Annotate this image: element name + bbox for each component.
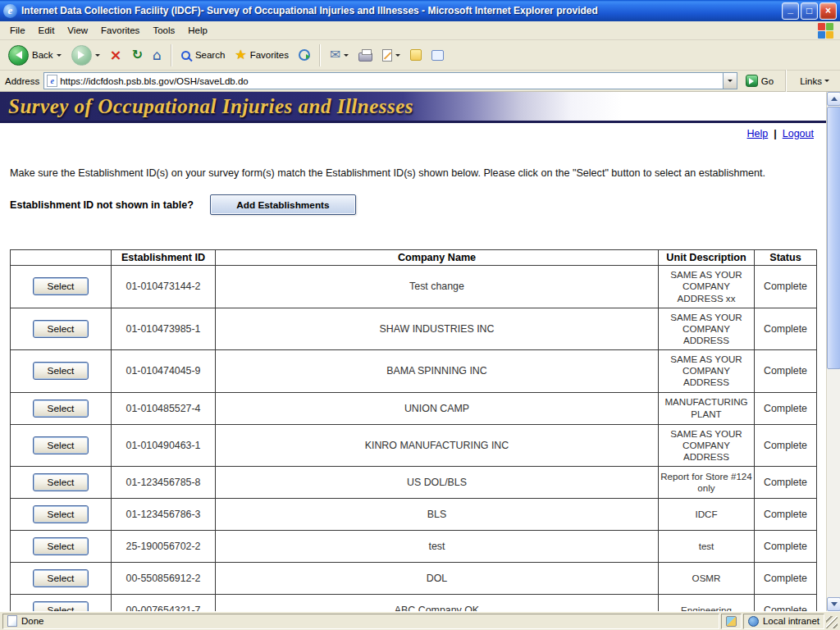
scroll-up-icon [831, 97, 838, 101]
menu-edit[interactable]: Edit [32, 23, 62, 38]
maximize-button[interactable]: □ [801, 2, 818, 20]
select-button[interactable]: Select [33, 277, 89, 295]
title-bar: e Internet Data Collection Facility (IDC… [0, 0, 840, 21]
toolbar-separator [171, 44, 172, 66]
stop-button[interactable]: × [106, 45, 126, 65]
select-button[interactable]: Select [33, 436, 89, 454]
print-button[interactable] [354, 47, 377, 64]
favorites-button[interactable]: ★ Favorites [231, 46, 293, 64]
menu-file[interactable]: File [3, 23, 32, 38]
messenger-button[interactable] [406, 47, 426, 63]
company-name-cell: test [216, 530, 659, 562]
forward-dropdown-icon [95, 54, 100, 57]
zone-badge-pane [721, 614, 742, 629]
status-cell: Complete [755, 498, 817, 530]
history-button[interactable] [294, 47, 314, 63]
print-icon [358, 52, 372, 62]
toolbar-separator [319, 44, 321, 66]
resize-grip[interactable] [826, 616, 838, 628]
scrollbar-thumb[interactable] [827, 107, 840, 369]
address-input-box: e [43, 72, 737, 89]
table-row: Select 00-550856912-2 DOL OSMR Complete [11, 562, 817, 594]
establishment-id-cell: 00-007654321-7 [112, 594, 216, 611]
status-cell: Complete [755, 350, 817, 392]
logout-link[interactable]: Logout [783, 128, 814, 139]
go-arrow-icon [746, 75, 758, 87]
table-header-row: Establishment ID Company Name Unit Descr… [11, 250, 817, 266]
address-input[interactable] [60, 74, 723, 88]
table-row: Select 01-010485527-4 UNION CAMP MANUFAC… [11, 392, 817, 424]
status-cell: Complete [755, 266, 817, 308]
unit-description-cell: Engineering [659, 594, 755, 611]
company-name-cell: ABC Company OK [216, 594, 659, 611]
forward-button[interactable] [67, 43, 104, 68]
address-label: Address [5, 76, 39, 86]
select-button[interactable]: Select [33, 537, 89, 555]
status-bar: Done Local intranet [0, 611, 840, 630]
menu-tools[interactable]: Tools [146, 23, 181, 38]
header-company-name: Company Name [216, 250, 659, 266]
select-button[interactable]: Select [33, 505, 89, 523]
back-dropdown-icon [57, 54, 62, 57]
back-icon [8, 45, 29, 66]
unit-description-cell: OSMR [659, 562, 755, 594]
security-zone-pane: Local intranet [743, 614, 824, 629]
unit-description-cell: SAME AS YOUR COMPANY ADDRESS [659, 424, 755, 466]
zone-text: Local intranet [763, 616, 819, 626]
scroll-up-button[interactable] [827, 92, 840, 106]
select-button[interactable]: Select [33, 569, 89, 587]
select-button[interactable]: Select [33, 601, 89, 611]
address-dropdown-button[interactable] [723, 73, 737, 89]
menu-help[interactable]: Help [181, 23, 214, 38]
select-button[interactable]: Select [33, 362, 89, 380]
refresh-button[interactable]: ↻ [128, 46, 147, 64]
address-bar: Address e Go Links [0, 71, 840, 92]
window-title: Internet Data Collection Facility (IDCF)… [21, 5, 782, 16]
search-button[interactable]: Search [177, 48, 229, 62]
site-banner: Survey of Occupational Injuries and Illn… [0, 92, 840, 123]
menu-view[interactable]: View [61, 23, 94, 38]
status-pane: Done [2, 614, 719, 629]
establishments-table: Establishment ID Company Name Unit Descr… [10, 249, 817, 611]
page-content: Survey of Occupational Injuries and Illn… [0, 92, 840, 611]
help-link[interactable]: Help [747, 128, 769, 139]
vertical-scrollbar[interactable] [826, 92, 840, 611]
page-icon: e [47, 75, 57, 87]
establishment-id-cell: 01-010490463-1 [112, 424, 216, 466]
table-row: Select 25-190056702-2 test test Complete [11, 530, 817, 562]
add-establishment-row: Establishment ID not shown in table? Add… [10, 194, 840, 215]
minimize-button[interactable]: _ [782, 2, 799, 20]
select-button[interactable]: Select [33, 320, 89, 338]
unit-description-cell: SAME AS YOUR COMPANY ADDRESS xx [659, 266, 755, 308]
edit-button[interactable] [378, 47, 404, 64]
back-button[interactable]: Back [4, 43, 66, 68]
close-button[interactable]: × [819, 2, 837, 20]
unit-description-cell: test [659, 530, 755, 562]
status-cell: Complete [755, 530, 817, 562]
top-nav: Help | Logout [0, 123, 840, 144]
home-button[interactable]: ⌂ [148, 46, 166, 65]
go-button[interactable]: Go [742, 73, 778, 89]
scroll-down-button[interactable] [827, 597, 840, 611]
status-cell: Complete [755, 424, 817, 466]
mail-icon: ✉ [330, 48, 340, 62]
select-button[interactable]: Select [33, 473, 89, 491]
links-button[interactable]: Links [794, 75, 835, 88]
home-icon: ⌂ [153, 48, 162, 62]
company-name-cell: UNION CAMP [216, 392, 659, 424]
select-button[interactable]: Select [33, 399, 89, 418]
refresh-icon: ↻ [132, 48, 143, 62]
mail-button[interactable]: ✉ [326, 46, 353, 64]
menu-favorites[interactable]: Favorites [94, 23, 146, 38]
company-name-cell: Test change [216, 266, 659, 308]
discuss-button[interactable] [427, 48, 448, 63]
status-text: Done [21, 616, 44, 626]
forward-icon [71, 45, 92, 66]
window-controls: _ □ × [782, 2, 837, 20]
header-select [11, 250, 112, 266]
intranet-globe-icon [748, 616, 759, 627]
table-row: Select 01-010474045-9 BAMA SPINNING INC … [11, 350, 817, 392]
status-cell: Complete [755, 466, 817, 498]
add-establishments-button[interactable]: Add Establishments [210, 194, 356, 215]
header-status: Status [755, 250, 817, 266]
